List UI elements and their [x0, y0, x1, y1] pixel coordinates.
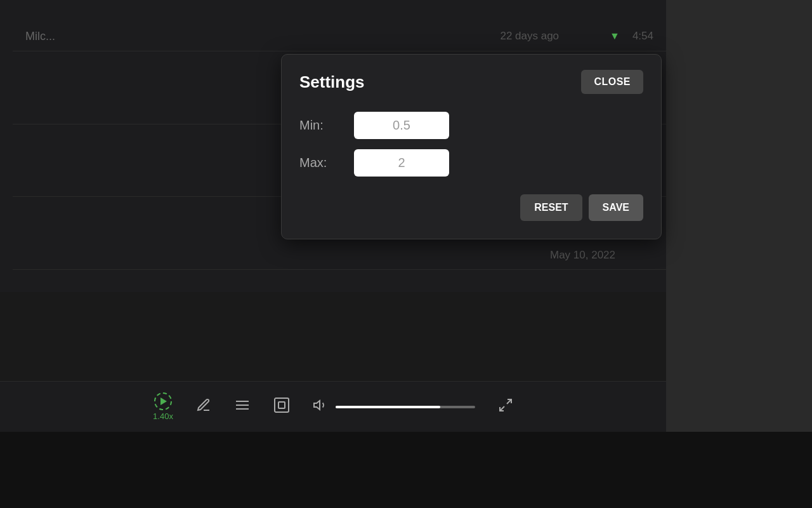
- list-row-4: May 10, 2022: [13, 241, 666, 270]
- settings-modal: Settings CLOSE Min: Max: RESET SAVE: [281, 54, 662, 239]
- volume-icon: [313, 398, 328, 417]
- svg-rect-3: [275, 398, 289, 412]
- queue-button[interactable]: [234, 398, 251, 417]
- svg-line-6: [507, 399, 511, 404]
- play-triangle: [160, 398, 167, 405]
- volume-control[interactable]: [313, 398, 475, 417]
- fullscreen-button[interactable]: [498, 398, 513, 417]
- chapters-button[interactable]: [273, 397, 290, 417]
- max-row: Max:: [299, 149, 643, 177]
- list-icon: [234, 398, 251, 417]
- speed-label: 1.40x: [153, 411, 173, 421]
- row-time: 4:54: [632, 30, 653, 43]
- modal-title: Settings: [299, 72, 365, 92]
- svg-line-7: [500, 406, 504, 411]
- volume-slider[interactable]: [336, 406, 475, 408]
- volume-fill: [336, 406, 440, 408]
- toolbar: 1.40x: [0, 381, 666, 432]
- bottom-panel: [0, 432, 812, 508]
- min-input[interactable]: [354, 112, 449, 139]
- row-text: Milc...: [25, 30, 55, 43]
- speed-control[interactable]: 1.40x: [153, 392, 173, 421]
- svg-marker-5: [314, 401, 320, 410]
- save-button[interactable]: SAVE: [589, 194, 643, 221]
- min-row: Min:: [299, 112, 643, 139]
- modal-header: Settings CLOSE: [299, 70, 643, 94]
- reset-button[interactable]: RESET: [520, 194, 582, 221]
- fullscreen-icon: [498, 398, 513, 417]
- close-button[interactable]: CLOSE: [581, 70, 643, 94]
- row-date: 22 days ago: [500, 30, 559, 43]
- list-row-1: Milc... 22 days ago ▼ 4:54: [13, 22, 666, 51]
- speed-icon: [154, 392, 172, 410]
- max-label: Max:: [299, 156, 344, 170]
- modal-actions: RESET SAVE: [299, 194, 643, 221]
- row-date-4: May 10, 2022: [550, 249, 615, 262]
- min-label: Min:: [299, 118, 344, 133]
- edit-icon: [196, 398, 211, 417]
- status-indicator: ▼: [610, 30, 620, 42]
- edit-button[interactable]: [196, 398, 211, 417]
- chapters-icon: [273, 397, 290, 417]
- svg-rect-4: [278, 402, 285, 408]
- max-input[interactable]: [354, 149, 449, 177]
